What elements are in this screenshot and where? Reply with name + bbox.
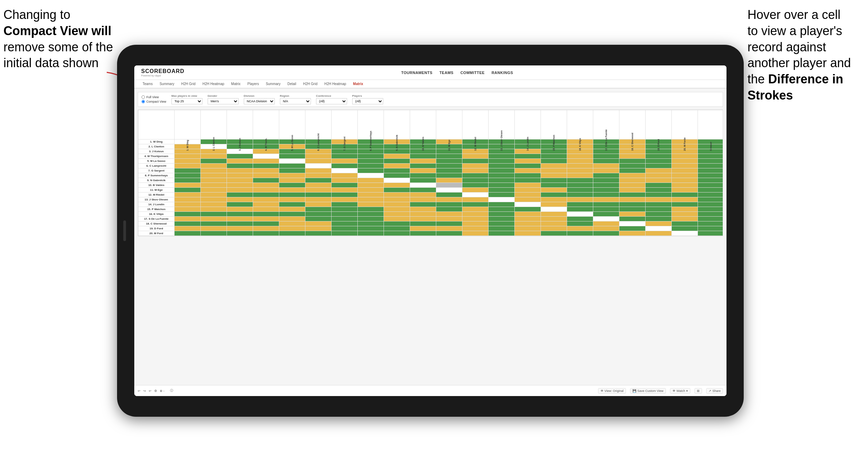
matrix-cell[interactable] [253, 207, 279, 212]
matrix-cell[interactable] [305, 207, 332, 212]
matrix-cell[interactable] [698, 193, 723, 197]
matrix-cell[interactable] [201, 178, 227, 183]
matrix-cell[interactable] [332, 231, 358, 236]
matrix-cell[interactable] [227, 154, 253, 159]
matrix-cell[interactable] [462, 173, 489, 178]
matrix-cell[interactable] [619, 188, 646, 193]
matrix-cell[interactable] [227, 226, 253, 231]
matrix-cell[interactable] [305, 202, 332, 207]
zoom-in-icon[interactable]: ⊕ - [160, 389, 165, 393]
matrix-cell[interactable] [619, 173, 646, 178]
matrix-cell[interactable] [593, 197, 619, 202]
matrix-cell[interactable] [384, 154, 410, 159]
share-button[interactable]: ↗ Share [706, 388, 723, 394]
matrix-cell[interactable] [358, 217, 384, 221]
matrix-cell[interactable] [672, 188, 698, 193]
matrix-cell[interactable] [515, 188, 541, 193]
compact-view-radio[interactable] [142, 100, 145, 103]
matrix-cell[interactable] [305, 159, 332, 164]
matrix-cell[interactable] [227, 183, 253, 188]
matrix-cell[interactable] [489, 173, 515, 178]
matrix-cell[interactable] [227, 217, 253, 221]
matrix-cell[interactable] [305, 178, 332, 183]
matrix-cell[interactable] [619, 193, 646, 197]
matrix-cell[interactable] [279, 154, 305, 159]
matrix-cell[interactable] [384, 188, 410, 193]
matrix-cell[interactable] [279, 164, 305, 168]
matrix-cell[interactable] [384, 173, 410, 178]
matrix-cell[interactable] [567, 202, 593, 207]
matrix-cell[interactable] [567, 183, 593, 188]
matrix-cell[interactable] [332, 212, 358, 217]
matrix-cell[interactable] [672, 197, 698, 202]
matrix-cell[interactable] [541, 188, 567, 193]
matrix-cell[interactable] [462, 183, 489, 188]
matrix-cell[interactable] [489, 159, 515, 164]
matrix-cell[interactable] [619, 207, 646, 212]
matrix-cell[interactable] [253, 188, 279, 193]
matrix-cell[interactable] [515, 164, 541, 168]
matrix-cell[interactable] [227, 178, 253, 183]
matrix-cell[interactable] [489, 217, 515, 221]
matrix-cell[interactable] [279, 217, 305, 221]
matrix-cell[interactable] [541, 226, 567, 231]
matrix-cell[interactable] [305, 226, 332, 231]
matrix-cell[interactable] [672, 173, 698, 178]
matrix-cell[interactable] [515, 217, 541, 221]
matrix-cell[interactable] [593, 212, 619, 217]
matrix-cell[interactable] [541, 178, 567, 183]
matrix-cell[interactable] [646, 183, 672, 188]
matrix-cell[interactable] [672, 183, 698, 188]
matrix-cell[interactable] [515, 231, 541, 236]
matrix-cell[interactable] [332, 168, 358, 173]
matrix-cell[interactable] [201, 207, 227, 212]
matrix-cell[interactable] [227, 207, 253, 212]
matrix-cell[interactable] [462, 197, 489, 202]
matrix-cell[interactable] [436, 164, 462, 168]
matrix-cell[interactable] [253, 231, 279, 236]
matrix-cell[interactable] [462, 221, 489, 226]
matrix-cell[interactable] [619, 197, 646, 202]
matrix-cell[interactable] [489, 221, 515, 226]
matrix-cell[interactable] [358, 154, 384, 159]
matrix-cell[interactable] [567, 154, 593, 159]
matrix-cell[interactable] [410, 231, 436, 236]
matrix-cell[interactable] [462, 168, 489, 173]
matrix-cell[interactable] [593, 207, 619, 212]
matrix-cell[interactable] [567, 173, 593, 178]
matrix-cell[interactable] [384, 193, 410, 197]
matrix-cell[interactable] [541, 197, 567, 202]
tab-h2h-heatmap1[interactable]: H2H Heatmap [201, 80, 226, 88]
matrix-cell[interactable] [698, 207, 723, 212]
matrix-cell[interactable] [646, 217, 672, 221]
matrix-cell[interactable] [541, 231, 567, 236]
matrix-cell[interactable] [646, 207, 672, 212]
matrix-cell[interactable] [567, 188, 593, 193]
matrix-cell[interactable] [619, 202, 646, 207]
matrix-cell[interactable] [515, 183, 541, 188]
matrix-cell[interactable] [567, 207, 593, 212]
matrix-cell[interactable] [279, 168, 305, 173]
matrix-cell[interactable] [175, 168, 201, 173]
matrix-cell[interactable] [201, 202, 227, 207]
matrix-cell[interactable] [253, 164, 279, 168]
matrix-cell[interactable] [567, 212, 593, 217]
matrix-cell[interactable] [332, 221, 358, 226]
matrix-cell[interactable] [567, 193, 593, 197]
matrix-cell[interactable] [672, 217, 698, 221]
matrix-cell[interactable] [332, 183, 358, 188]
matrix-cell[interactable] [593, 202, 619, 207]
matrix-cell[interactable] [253, 226, 279, 231]
matrix-cell[interactable] [541, 164, 567, 168]
matrix-cell[interactable] [541, 183, 567, 188]
matrix-cell[interactable] [541, 193, 567, 197]
conference-select[interactable]: (All) (All) [316, 98, 347, 104]
matrix-cell[interactable] [358, 193, 384, 197]
matrix-cell[interactable] [358, 226, 384, 231]
matrix-cell[interactable] [279, 212, 305, 217]
matrix-cell[interactable] [672, 154, 698, 159]
matrix-cell[interactable] [384, 159, 410, 164]
matrix-cell[interactable] [332, 178, 358, 183]
matrix-cell[interactable] [175, 212, 201, 217]
matrix-cell[interactable] [358, 164, 384, 168]
